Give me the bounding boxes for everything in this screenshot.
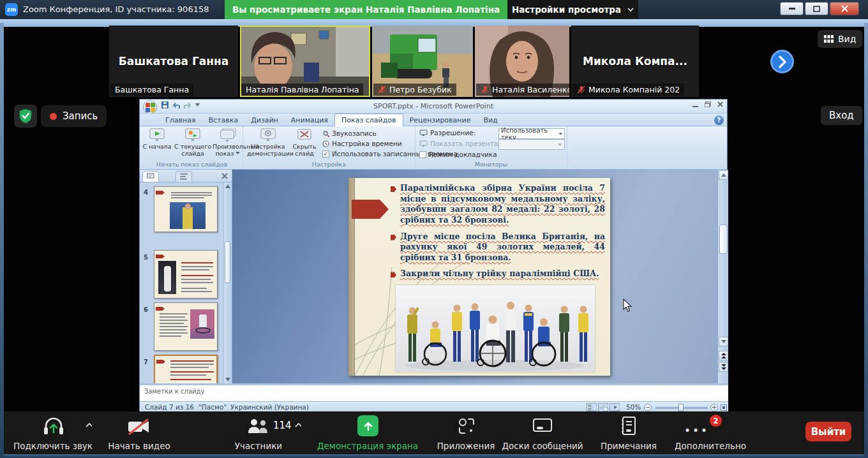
maximize-button[interactable]: [805, 2, 828, 15]
apps-button[interactable]: Приложения: [429, 441, 503, 451]
notes-button[interactable]: Примечания: [590, 441, 667, 451]
participants-button[interactable]: Участники: [220, 441, 297, 451]
tab-vid[interactable]: Вид: [477, 114, 504, 127]
slide-editor[interactable]: Паралімпійська збірна України посіла 7 м…: [232, 170, 717, 383]
share-screen-button[interactable]: Демонстрация экрана: [308, 441, 428, 451]
participants-icon[interactable]: [246, 418, 269, 434]
scroll-up-button[interactable]: [719, 170, 728, 180]
notes-icon[interactable]: [620, 416, 637, 436]
previous-slide-button[interactable]: [719, 351, 728, 360]
scroll-down-icon[interactable]: [225, 378, 230, 381]
clock-icon: [322, 140, 329, 147]
tab-dizayn[interactable]: Дизайн: [244, 114, 285, 127]
button-label: С текущего слайда: [174, 143, 211, 157]
slides-tab[interactable]: [142, 171, 159, 182]
button-label: Настройка демонстрации: [247, 143, 294, 157]
checkbox-unchecked-icon: [419, 151, 426, 158]
muted-mic-icon: [378, 85, 386, 94]
close-icon: [841, 5, 848, 12]
view-settings-dropdown[interactable]: Настройки просмотра: [507, 0, 638, 19]
slide-thumbnail-4[interactable]: [154, 186, 218, 232]
ppt-ribbon-tabs: ГлавнаяВставкаДизайнАнимацияПоказ слайдо…: [140, 114, 727, 126]
more-options-icon[interactable]: •••: [684, 424, 709, 437]
participant-tile[interactable]: Петро Безубик: [372, 26, 473, 97]
tab-pokaz-slaydov[interactable]: Показ слайдов: [334, 114, 403, 126]
close-button[interactable]: [830, 2, 859, 15]
dropdown-caret-icon: [236, 152, 240, 154]
video-button[interactable]: Начать видео: [101, 441, 177, 451]
tab-recenzirovanie[interactable]: Рецензирование: [403, 114, 477, 127]
ppt-minimize-icon[interactable]: [692, 102, 698, 107]
security-shield-button[interactable]: [14, 105, 37, 128]
record-narration-option[interactable]: Звукозапись: [322, 129, 377, 137]
thumb-accent: [156, 307, 165, 311]
zoom-in-button[interactable]: +: [710, 404, 718, 411]
zoom-slider-thumb[interactable]: [678, 404, 684, 411]
whiteboards-button[interactable]: Доски сообщений: [500, 441, 585, 451]
slide-thumbnail-6[interactable]: [154, 302, 218, 351]
scroll-down-button[interactable]: [719, 337, 728, 346]
panel-scrollbar[interactable]: [223, 182, 231, 383]
meeting-title: Zoom Конференция, ID участника: 906158: [23, 4, 209, 14]
apps-icon[interactable]: [457, 417, 476, 436]
view-button[interactable]: Вид: [818, 30, 862, 48]
participant-tile[interactable]: Микола Компа... Микола Компаній 202: [571, 26, 699, 97]
video-camera-muted-icon[interactable]: [126, 418, 152, 436]
share-screen-icon[interactable]: [357, 415, 378, 436]
recording-indicator[interactable]: Запись: [41, 105, 107, 127]
status-theme: "Пасмо": [198, 403, 227, 411]
from-current-slide-button[interactable]: С текущего слайда: [173, 128, 213, 158]
audio-headphones-icon[interactable]: [42, 415, 65, 437]
notes-pane[interactable]: Заметки к слайду: [140, 383, 728, 401]
chevron-down-icon: [627, 8, 634, 11]
more-button[interactable]: Дополнительно: [670, 441, 751, 451]
minimize-button[interactable]: [780, 2, 804, 15]
editor-scrollbar[interactable]: [717, 170, 728, 383]
slide-number: 5: [144, 254, 148, 261]
setup-slideshow-button[interactable]: Настройка демонстрации: [247, 128, 289, 158]
rehearse-timings-option[interactable]: Настройка времени: [322, 140, 402, 147]
fit-to-window-button[interactable]: [721, 404, 727, 411]
ppt-restore-icon[interactable]: [705, 101, 711, 107]
resolution-select[interactable]: Использовать теку...: [498, 128, 565, 139]
bullet-text: Паралімпійська збірна України посіла 7 м…: [400, 183, 605, 226]
next-slide-button[interactable]: [719, 362, 728, 372]
slideshow-view-button[interactable]: [610, 403, 620, 411]
slide-thumbnail-7-active[interactable]: [154, 355, 218, 383]
whiteboards-icon[interactable]: [532, 418, 553, 434]
participants-options-chevron-icon[interactable]: [295, 423, 301, 429]
participant-name-text: Наталія Павлівна Лопатіна: [246, 85, 359, 94]
hide-slide-button[interactable]: Скрыть слайд: [290, 128, 318, 158]
audio-options-chevron-icon[interactable]: [86, 423, 92, 429]
tab-animaciya[interactable]: Анимация: [285, 114, 334, 127]
participant-tile-active-speaker[interactable]: Наталія Павлівна Лопатіна: [240, 26, 370, 97]
status-language[interactable]: Украинский (Украина): [230, 403, 309, 411]
zoom-out-button[interactable]: −: [644, 404, 652, 411]
slide-sorter-view-button[interactable]: [598, 403, 608, 411]
audio-button[interactable]: Подключить звук: [5, 441, 101, 451]
bullet-item: Паралімпійська збірна України посіла 7 м…: [391, 183, 605, 226]
participant-name-text: Наталія Василенко: [492, 85, 569, 94]
presenter-view-option[interactable]: Режим докладчика: [419, 151, 497, 158]
tab-glavnaya[interactable]: Главная: [159, 114, 202, 127]
tab-vstavka[interactable]: Вставка: [202, 114, 245, 127]
next-participants-button[interactable]: [770, 50, 794, 73]
participant-tile[interactable]: Наталія Василенко: [475, 26, 569, 97]
scroll-up-icon[interactable]: [225, 184, 230, 188]
from-beginning-button[interactable]: С начала: [142, 128, 172, 151]
help-button[interactable]: ?: [714, 115, 724, 125]
slide-thumbnail-5[interactable]: [154, 250, 218, 299]
thumb-photo: [158, 261, 176, 294]
shield-check-icon: [19, 108, 33, 124]
leave-button[interactable]: Выйти: [805, 422, 851, 441]
close-panel-icon[interactable]: [221, 173, 228, 179]
normal-view-button[interactable]: [587, 403, 597, 411]
participant-tile[interactable]: Башкатова Ганна Башкатова Ганна: [109, 26, 238, 97]
signin-button[interactable]: Вход: [821, 106, 862, 125]
slide-canvas[interactable]: Паралімпійська збірна України посіла 7 м…: [348, 178, 610, 376]
editor-scrollbar-thumb[interactable]: [719, 225, 728, 254]
outline-tab[interactable]: [176, 171, 192, 182]
custom-slideshow-button[interactable]: Произвольный показ: [213, 128, 243, 158]
ppt-close-icon[interactable]: [717, 101, 723, 107]
panel-scrollbar-thumb[interactable]: [225, 241, 230, 283]
